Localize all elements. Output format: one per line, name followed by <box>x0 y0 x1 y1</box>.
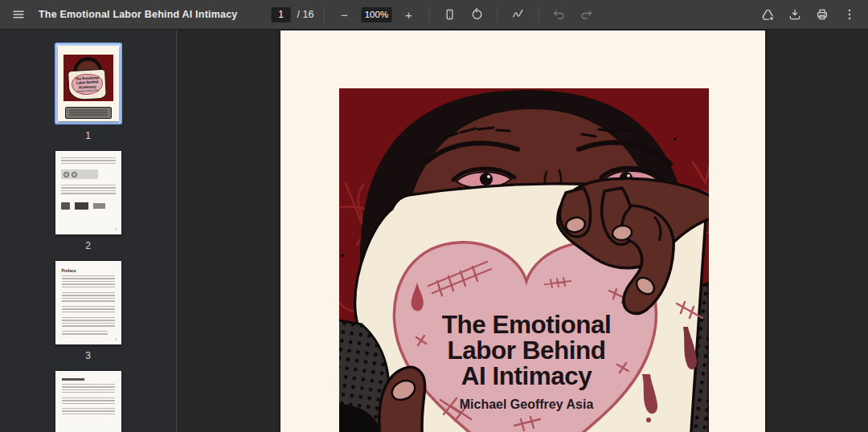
print-icon <box>815 7 829 22</box>
toolbar: The Emotional Labor Behind AI Intimacy /… <box>0 0 868 29</box>
logo <box>61 202 70 210</box>
logo <box>75 202 88 210</box>
toolbar-right <box>757 4 860 25</box>
text-lines <box>62 331 108 336</box>
print-button[interactable] <box>812 4 833 25</box>
toolbar-left: The Emotional Labor Behind AI Intimacy <box>8 4 237 25</box>
mini-paper: The Emotional Labor Behind AI Intimacy M… <box>68 69 107 101</box>
text-lines <box>62 397 115 404</box>
annotate-pen-icon <box>510 7 525 22</box>
pdf-viewer: The Emotional Labor Behind AI Intimacy /… <box>0 0 868 432</box>
thumbnail-sidebar: The Emotional Labor Behind AI Intimacy M… <box>0 29 177 432</box>
divider <box>323 6 324 22</box>
fit-to-page-icon <box>442 7 457 22</box>
toolbar-center: / 16 − 100% + <box>272 0 597 29</box>
mini-heading-bar <box>62 378 84 381</box>
viewer-body: The Emotional Labor Behind AI Intimacy M… <box>0 29 868 432</box>
annotate-button[interactable] <box>507 4 528 25</box>
text-lines <box>62 408 115 416</box>
rotate-icon <box>469 7 484 22</box>
add-to-drive-button[interactable] <box>757 4 778 25</box>
cover-title-line3: AI Intimacy <box>461 361 592 390</box>
publisher-logos <box>61 202 116 210</box>
cc-icon <box>72 172 77 177</box>
add-to-drive-icon <box>760 7 776 22</box>
thumbnail-page-2[interactable]: 2 2 <box>55 151 121 251</box>
thumbnail-page-3[interactable]: Preface 3 3 <box>55 261 121 361</box>
divider <box>428 6 429 22</box>
text-lines <box>61 185 116 196</box>
license-badge <box>61 169 98 179</box>
redo-icon <box>579 7 593 22</box>
page-corner-number: 3 <box>115 337 117 341</box>
divider <box>538 6 538 22</box>
page-corner-number: 2 <box>115 227 117 231</box>
redo-button[interactable] <box>575 4 596 25</box>
fit-to-page-button[interactable] <box>439 4 460 25</box>
thumbnail-3-preview: Preface 3 <box>55 261 121 344</box>
menu-button[interactable] <box>8 4 29 25</box>
thumbnail-page-4[interactable] <box>55 371 121 432</box>
pdf-page-1: The Emotional Labor Behind AI Intimacy M… <box>280 31 765 432</box>
cover-title-line2: Labor Behind <box>447 336 605 365</box>
zoom-level[interactable]: 100% <box>361 7 391 22</box>
zoom-in-button[interactable]: + <box>398 4 419 25</box>
thumbnail-1-preview: The Emotional Labor Behind AI Intimacy M… <box>58 46 119 121</box>
cc-icon <box>63 172 69 177</box>
cover-title-line1: The Emotional <box>441 310 611 339</box>
thumbnail-page-1[interactable]: The Emotional Labor Behind AI Intimacy M… <box>55 43 122 141</box>
kebab-menu-icon <box>842 7 857 22</box>
text-lines <box>62 275 115 289</box>
preface-heading: Preface <box>62 268 115 273</box>
text-lines <box>61 157 116 165</box>
rotate-button[interactable] <box>466 4 487 25</box>
more-options-button[interactable] <box>839 4 860 25</box>
thumbnail-selection-frame: The Emotional Labor Behind AI Intimacy M… <box>55 43 122 124</box>
page-number-input[interactable] <box>272 7 291 22</box>
text-lines <box>62 384 115 393</box>
mini-keyboard <box>69 109 108 116</box>
thumbnail-label: 2 <box>85 240 91 251</box>
mini-cover-illustration: The Emotional Labor Behind AI Intimacy M… <box>63 55 113 101</box>
divider <box>497 6 497 22</box>
thumbnail-label: 1 <box>85 130 91 141</box>
download-button[interactable] <box>784 4 805 25</box>
text-lines <box>62 306 115 314</box>
thumbnail-2-preview: 2 <box>55 151 121 234</box>
undo-icon <box>551 7 566 22</box>
zoom-out-button[interactable]: − <box>334 4 354 25</box>
text-lines <box>62 292 115 303</box>
document-view[interactable]: The Emotional Labor Behind AI Intimacy M… <box>177 29 868 432</box>
logo <box>93 203 105 209</box>
mini-author: Michael Geoffrey Asia <box>77 89 99 92</box>
download-icon <box>788 7 802 22</box>
cover-author: Michael Geoffrey Asia <box>459 397 593 411</box>
mini-heart: The Emotional Labor Behind AI Intimacy M… <box>71 73 104 96</box>
mini-laptop <box>65 107 112 119</box>
menu-icon <box>11 7 26 22</box>
text-lines <box>62 317 115 328</box>
page-total: / 16 <box>297 9 314 20</box>
thumbnail-4-preview <box>55 371 121 432</box>
thumbnail-label: 3 <box>85 350 91 361</box>
document-title: The Emotional Labor Behind AI Intimacy <box>39 9 237 20</box>
cover-illustration: The Emotional Labor Behind AI Intimacy M… <box>339 88 709 432</box>
undo-button[interactable] <box>548 4 569 25</box>
